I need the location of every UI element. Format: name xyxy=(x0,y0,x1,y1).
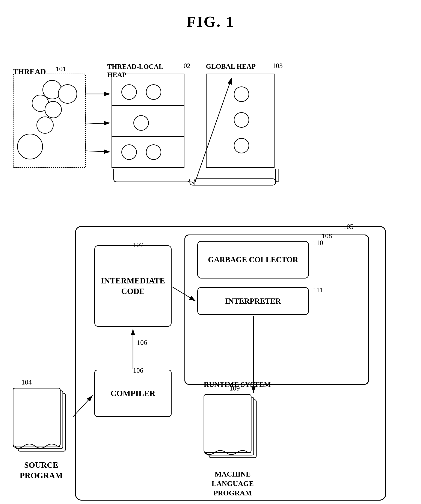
diagram: THREAD 101 THREAD-LOCAL HEAP 102 GLOBAL … xyxy=(0,39,421,504)
interp-box: INTERPRETER xyxy=(197,287,309,315)
gc-num: 110 xyxy=(313,239,323,247)
gheap-num: 103 xyxy=(272,62,283,70)
gc-label: GARBAGE COLLECTOR xyxy=(208,255,298,264)
thread-circle-5 xyxy=(36,116,54,134)
gheap-circle-1 xyxy=(234,86,249,102)
svg-rect-12 xyxy=(13,388,60,446)
compiler-label: COMPILER xyxy=(111,389,155,398)
svg-line-4 xyxy=(86,151,110,152)
gc-box: GARBAGE COLLECTOR xyxy=(197,241,309,278)
arrow-106-num: 106 xyxy=(137,339,147,347)
mlang-icon xyxy=(203,393,265,466)
svg-rect-15 xyxy=(204,395,251,452)
gheap-label: GLOBAL HEAP xyxy=(206,62,256,70)
tlheap-circle-3 xyxy=(133,115,149,131)
compiler-box: COMPILER xyxy=(94,370,172,417)
svg-line-3 xyxy=(86,123,110,124)
tlheap-num: 102 xyxy=(180,62,190,70)
runtime-inner-num: 108 xyxy=(322,232,332,240)
tlheap-circle-2 xyxy=(146,84,161,100)
interp-num: 111 xyxy=(313,286,323,294)
tlheap-divider-2 xyxy=(112,136,184,137)
compiler-num: 106 xyxy=(133,366,143,374)
tlheap-circle-5 xyxy=(146,144,161,160)
thread-num: 101 xyxy=(56,65,66,73)
thread-circle-6 xyxy=(17,134,43,159)
page-title: FIG. 1 xyxy=(0,0,421,39)
source-num: 104 xyxy=(21,378,32,386)
runtime-num: 105 xyxy=(343,223,353,231)
intcode-label: INTERMEDIATE CODE xyxy=(95,276,171,297)
interp-label: INTERPRETER xyxy=(225,297,281,306)
brace-svg xyxy=(110,167,282,188)
gheap-circle-3 xyxy=(234,138,249,153)
tlheap-circle-4 xyxy=(121,144,137,160)
intcode-box: INTERMEDIATE CODE xyxy=(94,245,172,327)
source-program-icon xyxy=(12,387,72,460)
mlang-num: 109 xyxy=(230,384,240,392)
tlheap-circle-1 xyxy=(121,84,137,100)
intcode-num: 107 xyxy=(133,241,143,249)
thread-circle-4 xyxy=(45,101,62,118)
gheap-circle-2 xyxy=(234,112,249,128)
thread-circle-2 xyxy=(58,84,77,104)
mlang-label: MACHINE LANGUAGE PROGRAM xyxy=(205,469,261,498)
tlheap-divider-1 xyxy=(112,105,184,106)
source-label: SOURCE PROGRAM xyxy=(13,460,69,481)
